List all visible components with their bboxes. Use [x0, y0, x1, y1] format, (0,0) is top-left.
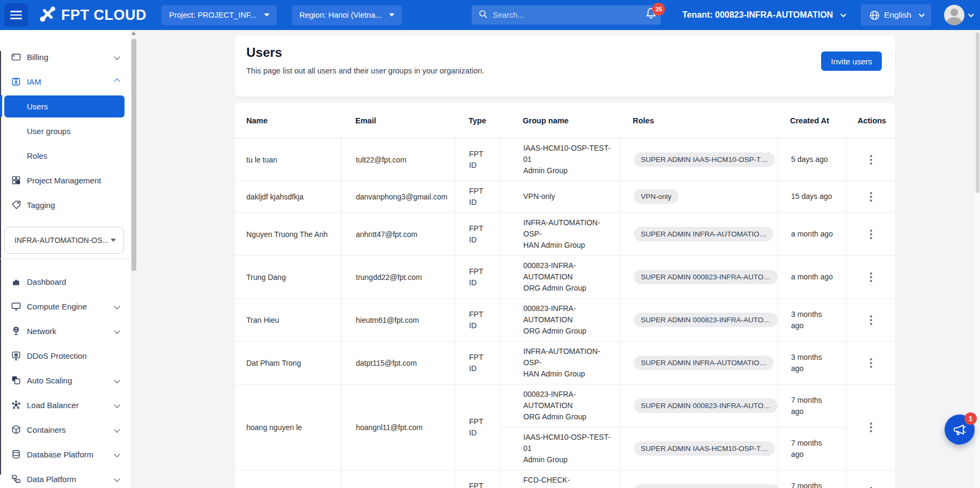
chevron-down-icon	[264, 13, 269, 17]
row-actions-kebab-button[interactable]	[864, 224, 879, 245]
group-subrow: 000823-INFRA-AUTOMATIONORG Admin GroupSU…	[501, 299, 846, 341]
type-cell: FPTID	[455, 385, 500, 470]
sidebar-item-dashboard[interactable]: Dashboard	[0, 269, 130, 294]
sidebar-item-iam[interactable]: IAM	[0, 69, 130, 94]
column-header-name: Name	[235, 116, 341, 125]
region-selector[interactable]: Region: Hanoi (Vietna...	[292, 5, 403, 25]
roles-cell: SUPER ADMIN IAAS-HCM10-OSP-T…	[619, 138, 778, 181]
name-cell: hoang nguyen le	[235, 385, 341, 470]
scroll-up-arrow-icon[interactable]	[131, 32, 136, 35]
fpt-cloud-logo: FPT CLOUD	[39, 5, 147, 25]
name-cell: Dat Pham Trong	[235, 342, 341, 384]
roles-cell: SUPER ADMIN INFRA-AUTOMATIO…	[619, 213, 778, 255]
type-cell: FPTID	[455, 213, 500, 255]
group-name-cell: VPN-only	[501, 181, 619, 212]
row-actions-kebab-button[interactable]	[864, 187, 879, 207]
sidebar-item-label: Compute Engine	[27, 302, 87, 311]
page-header-card: Users This page list out all users and t…	[235, 35, 895, 97]
row-actions-kebab-button[interactable]	[864, 417, 879, 438]
sidebar-item-label: Roles	[27, 151, 47, 160]
global-search	[472, 5, 661, 25]
language-selector[interactable]: English	[861, 4, 931, 26]
group-subrow: INFRA-AUTOMATION-OSP-HAN Admin GroupSUPE…	[501, 213, 846, 255]
roles-cell: FCD-CHECK-PERMISSION-PRODUC…	[619, 470, 778, 488]
actions-cell	[846, 470, 895, 488]
sidebar-item-label: Auto Scaling	[27, 376, 72, 385]
table-row: dakljdf kjahsdfkjadanvanphong3@gmail.com…	[235, 181, 895, 213]
row-actions-kebab-button[interactable]	[864, 482, 879, 488]
groups-block: 000823-INFRA-AUTOMATIONORG Admin GroupSU…	[500, 256, 846, 298]
globe-stand-icon	[11, 326, 21, 336]
sidebar-item-data-platform[interactable]: Data Platform	[0, 467, 130, 488]
groups-block: INFRA-AUTOMATION-OSP-HAN Admin GroupSUPE…	[500, 213, 846, 255]
actions-cell	[846, 138, 895, 181]
table-row: FCD ADMINfcd.admin@fpt.comFPTIDFCD-CHECK…	[235, 470, 895, 488]
table-header-row: NameEmailTypeGroup nameRolesCreated AtAc…	[235, 103, 895, 138]
chevron-down-icon	[114, 402, 120, 408]
megaphone-icon	[952, 422, 967, 437]
group-subrow: 000823-INFRA-AUTOMATIONORG Admin GroupSU…	[501, 256, 846, 298]
sidebar-project-select[interactable]: INFRA-AUTOMATION-OS...	[4, 227, 124, 254]
sidebar-item-tagging[interactable]: Tagging	[0, 193, 130, 217]
group-subrow: 000823-INFRA-AUTOMATIONORG Admin GroupSU…	[501, 385, 846, 427]
actions-cell	[846, 342, 895, 384]
type-cell: FPTID	[455, 470, 500, 488]
account-chevron-down-icon[interactable]	[968, 11, 974, 17]
created-at-cell: 15 days ago	[778, 181, 846, 212]
type-cell: FPTID	[455, 342, 500, 384]
group-name-cell: 000823-INFRA-AUTOMATIONORG Admin Group	[501, 299, 619, 341]
invite-users-button[interactable]: Invite users	[821, 51, 882, 71]
selected-project-label: INFRA-AUTOMATION-OS...	[14, 236, 108, 245]
active-item-indicator	[0, 95, 2, 117]
sidebar-item-network[interactable]: Network	[0, 319, 130, 343]
sidebar-item-users[interactable]: Users	[4, 95, 125, 117]
email-cell: fcd.admin@fpt.com	[341, 470, 455, 488]
row-actions-kebab-button[interactable]	[864, 150, 879, 170]
sidebar-item-compute-engine[interactable]: Compute Engine	[0, 294, 130, 319]
row-actions-kebab-button[interactable]	[864, 310, 879, 330]
row-actions-kebab-button[interactable]	[864, 267, 879, 287]
type-cell: FPTID	[455, 256, 500, 298]
user-avatar[interactable]	[944, 5, 964, 25]
sidebar-item-label: DDoS Protection	[27, 351, 87, 360]
sidebar-item-label: User groups	[27, 127, 71, 136]
announcements-fab[interactable]: 1	[945, 415, 975, 445]
chevron-down-icon	[111, 239, 116, 242]
id-badge-icon	[11, 76, 21, 87]
notifications-button[interactable]: 35	[645, 6, 661, 24]
sidebar-item-label: Dashboard	[27, 277, 66, 286]
role-badge: SUPER ADMIN INFRA-AUTOMATIO…	[634, 356, 773, 370]
created-at-cell: a month ago	[778, 213, 846, 255]
created-at-cell: 7 monthsago	[778, 427, 846, 470]
email-cell: tult22@fpt.com	[341, 138, 455, 181]
hamburger-menu-button[interactable]	[4, 3, 28, 27]
globe-icon	[869, 10, 880, 21]
name-cell: Nguyen Truong The Anh	[235, 213, 341, 255]
sidebar-item-database-platform[interactable]: Database Platform	[0, 442, 130, 467]
page-scrollbar-thumb[interactable]	[976, 32, 979, 193]
sidebar-item-ddos-protection[interactable]: DDoS Protection	[0, 343, 130, 368]
scaling-icon	[11, 375, 21, 386]
tenant-selector[interactable]: Tenant: 000823-INFRA-AUTOMATION	[682, 10, 845, 20]
chevron-down-icon	[114, 476, 120, 482]
group-name-cell: INFRA-AUTOMATION-OSP-HAN Admin Group	[501, 342, 619, 384]
search-input[interactable]	[493, 11, 654, 19]
chevron-down-icon	[114, 54, 120, 60]
sidebar-scrollbar-thumb[interactable]	[131, 39, 136, 271]
sidebar-item-load-balancer[interactable]: Load Balancer	[0, 393, 130, 417]
sidebar-item-auto-scaling[interactable]: Auto Scaling	[0, 368, 130, 393]
row-actions-kebab-button[interactable]	[864, 353, 879, 373]
email-cell: hoangnl11@fpt.com	[341, 385, 455, 470]
sidebar-item-user-groups[interactable]: User groups	[0, 119, 130, 143]
sidebar-item-billing[interactable]: Billing	[0, 45, 130, 69]
chevron-down-icon	[389, 13, 394, 17]
created-at-cell: 7 monthsago	[778, 385, 846, 427]
group-name-cell: FCD-CHECK-PERMISSION-PRODUCTION	[501, 470, 619, 488]
project-selector[interactable]: Project: PROJECT_INF...	[162, 5, 277, 25]
sidebar-item-label: IAM	[27, 77, 41, 86]
sidebar-item-project-management[interactable]: Project Management	[0, 168, 130, 193]
sidebar-item-containers[interactable]: Containers	[0, 417, 130, 442]
sidebar-item-label: Data Platform	[27, 475, 76, 484]
sidebar-divider	[0, 258, 130, 259]
sidebar-item-roles[interactable]: Roles	[0, 143, 130, 168]
